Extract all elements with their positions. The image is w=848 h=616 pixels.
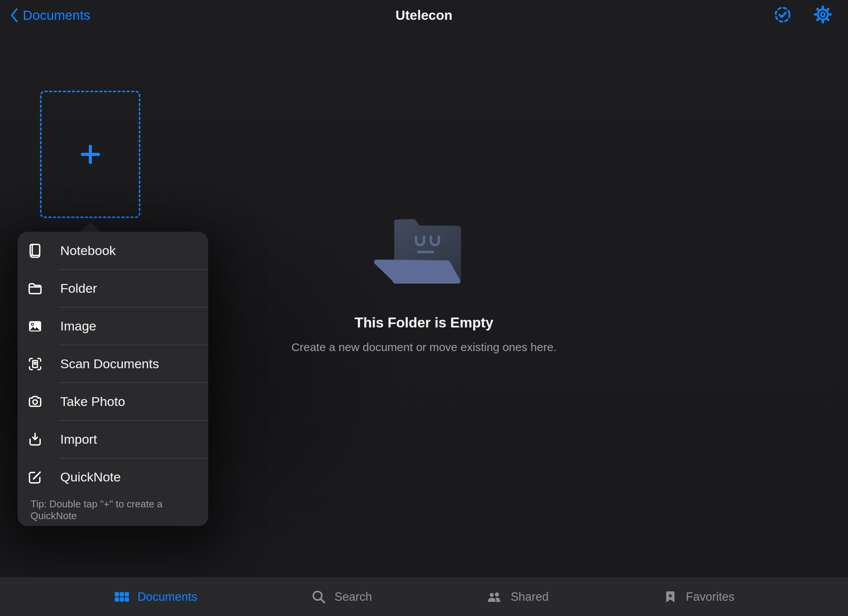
tab-documents[interactable]: Documents xyxy=(114,589,198,605)
topbar-actions xyxy=(773,5,832,24)
menu-item-label: QuickNote xyxy=(60,470,121,484)
settings-button[interactable] xyxy=(814,5,832,24)
camera-icon xyxy=(27,393,43,410)
menu-item-label: Import xyxy=(60,432,97,447)
checkmark-dashed-circle-icon xyxy=(774,6,792,24)
tab-favorites[interactable]: Favorites xyxy=(662,589,734,605)
menu-item-folder[interactable]: Folder xyxy=(18,270,208,307)
menu-item-label: Scan Documents xyxy=(60,356,159,371)
tab-label: Shared xyxy=(511,590,549,604)
menu-item-import[interactable]: Import xyxy=(18,420,208,458)
favorites-bookmark-icon xyxy=(662,589,678,605)
notebook-icon xyxy=(27,242,43,259)
shared-people-icon xyxy=(485,589,503,605)
quicknote-icon xyxy=(27,469,43,486)
bottom-tab-bar: Documents Search xyxy=(0,578,848,616)
import-icon xyxy=(27,431,43,448)
menu-item-notebook[interactable]: Notebook xyxy=(18,232,208,270)
tab-shared[interactable]: Shared xyxy=(485,589,549,605)
select-items-button[interactable] xyxy=(773,5,792,24)
empty-state-subtitle: Create a new document or move existing o… xyxy=(0,341,848,354)
scan-documents-icon xyxy=(27,356,43,372)
menu-item-quicknote[interactable]: QuickNote xyxy=(18,458,208,496)
tab-label: Documents xyxy=(138,590,198,604)
tab-label: Search xyxy=(334,590,372,604)
menu-item-label: Take Photo xyxy=(60,394,125,409)
menu-item-label: Folder xyxy=(60,281,97,296)
documents-grid-icon xyxy=(114,589,130,605)
page-title: Utelecon xyxy=(0,8,848,23)
plus-icon xyxy=(79,143,101,165)
folder-icon xyxy=(27,280,43,297)
tab-label: Favorites xyxy=(686,590,734,604)
tab-search[interactable]: Search xyxy=(311,589,372,605)
top-navigation-bar: Documents Utelecon xyxy=(0,0,848,30)
gear-icon xyxy=(814,5,832,24)
new-document-box[interactable] xyxy=(40,91,140,218)
app-screen: Documents Utelecon xyxy=(0,0,848,616)
menu-item-take-photo[interactable]: Take Photo xyxy=(18,383,208,420)
menu-item-label: Notebook xyxy=(60,243,116,258)
folder-front-flap xyxy=(374,260,460,284)
quicknote-tip-text: Tip: Double tap "+" to create a QuickNot… xyxy=(18,496,208,524)
empty-state-title: This Folder is Empty xyxy=(0,315,848,331)
empty-folder-illustration xyxy=(373,218,468,288)
new-item-popover-menu: Notebook Folder Image xyxy=(18,232,208,526)
search-icon xyxy=(311,589,327,605)
popover-arrow xyxy=(80,222,101,233)
